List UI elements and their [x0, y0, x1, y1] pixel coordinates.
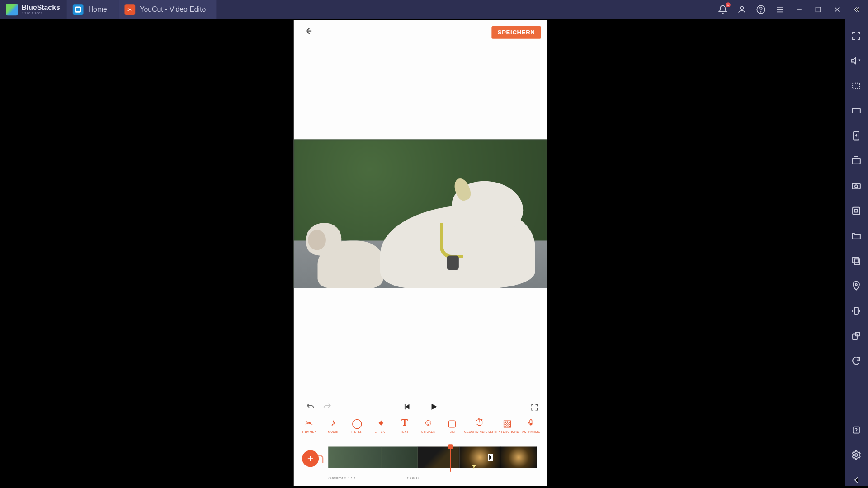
- timeline-clips[interactable]: ➤: [328, 446, 547, 468]
- svg-point-9: [855, 185, 858, 188]
- youcut-app-window: SPEICHERN: [294, 20, 547, 486]
- svg-rect-12: [854, 259, 860, 264]
- svg-rect-14: [854, 307, 858, 314]
- hamburger-menu-icon[interactable]: [774, 4, 785, 15]
- keyboard-icon[interactable]: [850, 105, 862, 117]
- bluestacks-logo-block: BlueStacks 4.280.1.1002: [0, 4, 66, 15]
- rotate-icon[interactable]: [850, 330, 862, 342]
- scissors-icon: ✂: [303, 417, 315, 429]
- help-icon[interactable]: [755, 4, 766, 15]
- svg-point-18: [856, 432, 857, 432]
- text-icon: T: [399, 417, 410, 429]
- fullscreen-icon[interactable]: [850, 30, 862, 42]
- titlebar-controls: 1: [717, 4, 868, 15]
- bluestacks-logo-icon: [6, 4, 18, 15]
- timeline-clip[interactable]: [459, 446, 501, 468]
- notification-badge: 1: [726, 2, 731, 7]
- background-icon: ▨: [501, 417, 513, 429]
- undo-button[interactable]: [302, 402, 319, 414]
- tool-aufnahme[interactable]: AUFNAHME: [519, 417, 543, 434]
- tool-text[interactable]: TTEXT: [393, 417, 417, 434]
- collapse-sidebar-icon[interactable]: [851, 4, 862, 15]
- location-icon[interactable]: [850, 280, 862, 291]
- camera-icon[interactable]: [850, 180, 862, 192]
- bluestacks-right-toolbar: [845, 19, 868, 486]
- timeline-clip[interactable]: [382, 446, 418, 468]
- tab-youcut-label: YouCut - Video Edito: [140, 5, 206, 14]
- help-small-icon[interactable]: [850, 424, 862, 436]
- filter-icon: ◯: [351, 417, 363, 429]
- tool-musik[interactable]: ♪MUSIK: [321, 417, 345, 434]
- timeline-playhead[interactable]: [450, 446, 451, 471]
- platform-name: BlueStacks: [21, 4, 60, 11]
- tool-filter[interactable]: ◯FILTER: [345, 417, 369, 434]
- install-apk-icon[interactable]: [850, 130, 862, 141]
- youcut-app-icon: [124, 4, 135, 15]
- tool-hintergrund[interactable]: ▨HINTERGRUND: [495, 417, 519, 434]
- svg-point-0: [740, 6, 743, 9]
- svg-point-2: [761, 12, 761, 12]
- keymap-icon[interactable]: [850, 80, 862, 92]
- effect-icon: ✦: [375, 417, 387, 429]
- svg-rect-3: [816, 7, 821, 12]
- close-window-icon[interactable]: [832, 4, 843, 15]
- timeline-timecodes: 0:06.8 Gesamt 0:17.4: [328, 476, 542, 480]
- shake-icon[interactable]: [850, 305, 862, 317]
- minimize-icon[interactable]: [794, 4, 805, 15]
- playback-row: [294, 399, 547, 417]
- back-button[interactable]: [300, 22, 316, 42]
- sync-icon[interactable]: [850, 355, 862, 367]
- macro-icon[interactable]: [850, 205, 862, 216]
- maximize-icon[interactable]: [813, 4, 824, 15]
- svg-rect-5: [852, 108, 860, 113]
- editor-toolbar: ✂TRIMMEN ♪MUSIK ◯FILTER ✦EFFEKT TTEXT ☺S…: [294, 417, 547, 441]
- home-icon: [72, 4, 83, 15]
- timeline-clip[interactable]: [418, 446, 459, 468]
- fullscreen-preview-button[interactable]: [530, 403, 538, 413]
- emulator-stage: SPEICHERN: [0, 19, 845, 486]
- timeline[interactable]: + ➤ 0:06.8 Gesamt 0:17.4: [294, 443, 547, 480]
- svg-rect-7: [852, 158, 860, 164]
- svg-point-13: [855, 284, 857, 286]
- tool-sticker[interactable]: ☺STICKER: [416, 417, 440, 434]
- preview-subject-sheep: [356, 169, 535, 288]
- record-icon: [525, 417, 537, 429]
- volume-mute-icon[interactable]: [850, 55, 862, 66]
- timeline-clip[interactable]: [328, 446, 382, 468]
- account-icon[interactable]: [736, 4, 747, 15]
- tool-effekt[interactable]: ✦EFFEKT: [369, 417, 393, 434]
- settings-icon[interactable]: [850, 449, 862, 461]
- save-button[interactable]: SPEICHERN: [492, 26, 541, 38]
- timeline-current-time: 0:06.8: [407, 476, 419, 480]
- android-back-icon[interactable]: [850, 474, 862, 486]
- platform-version: 4.280.1.1002: [21, 11, 60, 15]
- notifications-icon[interactable]: 1: [717, 4, 728, 15]
- timeline-total-time: Gesamt 0:17.4: [328, 476, 356, 480]
- tool-lautst[interactable]: 🔊LAUTST: [543, 417, 547, 434]
- screenshot-icon[interactable]: [850, 155, 862, 167]
- tab-home[interactable]: Home: [66, 0, 118, 19]
- redo-button[interactable]: [319, 402, 335, 414]
- tool-bib[interactable]: ▢BIB: [440, 417, 464, 434]
- prev-frame-button[interactable]: [402, 402, 411, 414]
- tab-youcut[interactable]: YouCut - Video Edito: [118, 0, 217, 19]
- add-clip-button[interactable]: +: [302, 450, 319, 467]
- svg-rect-20: [530, 420, 532, 424]
- speed-icon: ⏱: [474, 417, 486, 429]
- transition-marker-icon[interactable]: [488, 454, 493, 461]
- svg-point-19: [855, 454, 858, 456]
- svg-rect-11: [853, 257, 858, 263]
- youcut-header: SPEICHERN: [294, 20, 547, 44]
- media-folder-icon[interactable]: [850, 230, 862, 242]
- svg-rect-4: [853, 83, 860, 89]
- svg-rect-8: [852, 183, 860, 189]
- timeline-clip[interactable]: [501, 446, 537, 468]
- bluestacks-titlebar: BlueStacks 4.280.1.1002 Home YouCut - Vi…: [0, 0, 868, 19]
- pip-icon: ▢: [446, 417, 458, 429]
- multi-instance-icon[interactable]: [850, 255, 862, 267]
- video-preview[interactable]: [294, 139, 547, 288]
- play-button[interactable]: [428, 401, 439, 414]
- music-icon: ♪: [327, 417, 339, 429]
- tool-geschwindigkeit[interactable]: ⏱GESCHWINDIGKEIT: [464, 417, 495, 434]
- tool-trimmen[interactable]: ✂TRIMMEN: [297, 417, 321, 434]
